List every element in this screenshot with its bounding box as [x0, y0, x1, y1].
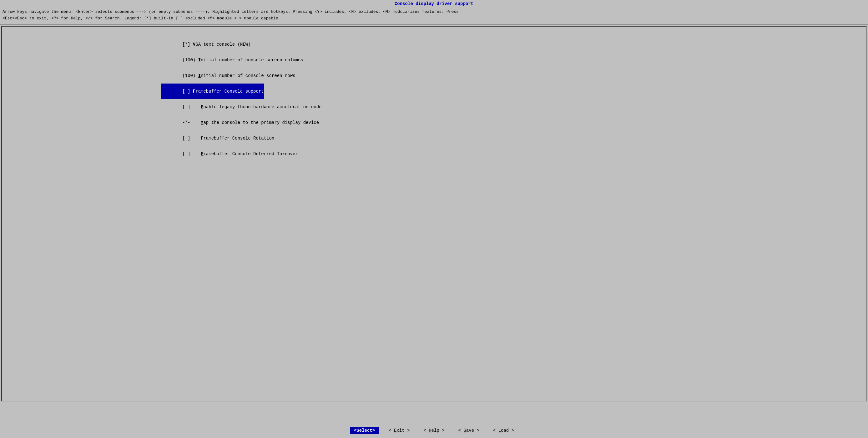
- menu-item-framebuffer-deferred[interactable]: [ ] Framebuffer Console Deferred Takeove…: [161, 146, 298, 162]
- save-button[interactable]: < Save >: [455, 427, 483, 434]
- load-button[interactable]: < Load >: [489, 427, 518, 434]
- bottom-bar: <Select> < Exit > < Help > < Save > < Lo…: [0, 423, 868, 438]
- help-text: Arrow keys navigate the menu. <Enter> se…: [0, 7, 868, 23]
- exit-button[interactable]: < Exit >: [385, 427, 413, 434]
- select-button[interactable]: <Select>: [350, 427, 379, 434]
- menu-item-enable-legacy-fbcon[interactable]: [ ] Enable legacy fbcon hardware acceler…: [161, 99, 322, 115]
- header-title: Console display driver support: [395, 1, 473, 6]
- menu-item-initial-columns[interactable]: (100) Initial number of console screen c…: [161, 52, 303, 68]
- help-line1: Arrow keys navigate the menu. <Enter> se…: [2, 9, 866, 15]
- help-line2: <Esc><Esc> to exit, <?> for Help, </> fo…: [2, 15, 866, 22]
- menu-item-framebuffer-rotation[interactable]: [ ] Framebuffer Console Rotation: [161, 130, 274, 146]
- menu-item-initial-rows[interactable]: (100) Initial number of console screen r…: [161, 68, 296, 84]
- menu-item-vga-text-console[interactable]: [*] VGA text console (NEW): [161, 37, 251, 52]
- menu-area: [*] VGA text console (NEW) (100) Initial…: [8, 32, 860, 162]
- menu-item-map-console[interactable]: -*- Map the console to the primary displ…: [161, 115, 319, 130]
- menu-item-framebuffer-console-support[interactable]: [ ] Framebuffer Console support: [161, 84, 264, 99]
- main-content: [*] VGA text console (NEW) (100) Initial…: [1, 26, 867, 401]
- divider: [0, 24, 868, 25]
- help-button[interactable]: < Help >: [420, 427, 448, 434]
- header-bar: Console display driver support: [0, 0, 868, 7]
